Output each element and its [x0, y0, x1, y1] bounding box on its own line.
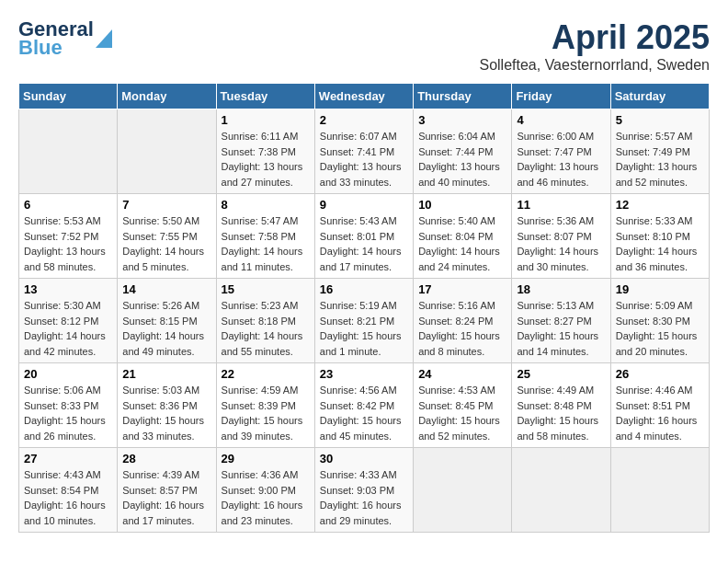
day-info: Sunrise: 4:56 AMSunset: 8:42 PMDaylight:… — [320, 383, 408, 443]
day-info: Sunrise: 5:43 AMSunset: 8:01 PMDaylight:… — [320, 213, 408, 274]
day-number: 15 — [222, 282, 310, 296]
day-number: 10 — [418, 198, 506, 212]
day-number: 14 — [122, 282, 210, 296]
calendar-cell — [512, 448, 610, 533]
day-info: Sunrise: 5:09 AMSunset: 8:30 PMDaylight:… — [616, 298, 704, 359]
calendar-cell: 24Sunrise: 4:53 AMSunset: 8:45 PMDayligh… — [414, 363, 512, 448]
day-number: 12 — [616, 198, 704, 212]
calendar-week-row: 13Sunrise: 5:30 AMSunset: 8:12 PMDayligh… — [19, 279, 710, 363]
title-block: April 2025 Solleftea, Vaesternorrland, S… — [479, 18, 710, 74]
header-row: SundayMondayTuesdayWednesdayThursdayFrid… — [19, 84, 710, 109]
calendar-cell: 10Sunrise: 5:40 AMSunset: 8:04 PMDayligh… — [414, 194, 512, 279]
calendar-cell: 7Sunrise: 5:50 AMSunset: 7:55 PMDaylight… — [118, 194, 216, 279]
calendar-cell: 3Sunrise: 6:04 AMSunset: 7:44 PMDaylight… — [414, 109, 512, 194]
day-number: 19 — [616, 282, 704, 296]
day-number: 3 — [418, 113, 506, 127]
calendar-cell: 20Sunrise: 5:06 AMSunset: 8:33 PMDayligh… — [19, 363, 118, 448]
calendar-week-row: 6Sunrise: 5:53 AMSunset: 7:52 PMDaylight… — [19, 194, 710, 279]
logo-icon — [96, 29, 112, 48]
calendar-week-row: 1Sunrise: 6:11 AMSunset: 7:38 PMDaylight… — [19, 109, 710, 194]
day-info: Sunrise: 5:23 AMSunset: 8:18 PMDaylight:… — [222, 298, 310, 359]
calendar-cell — [19, 109, 118, 194]
svg-marker-0 — [96, 29, 112, 48]
day-number: 29 — [222, 452, 310, 465]
calendar-subtitle: Solleftea, Vaesternorrland, Sweden — [479, 57, 710, 74]
day-info: Sunrise: 4:46 AMSunset: 8:51 PMDaylight:… — [616, 383, 704, 443]
day-number: 16 — [320, 282, 408, 296]
calendar-cell: 19Sunrise: 5:09 AMSunset: 8:30 PMDayligh… — [610, 279, 709, 363]
calendar-cell: 17Sunrise: 5:16 AMSunset: 8:24 PMDayligh… — [414, 279, 512, 363]
calendar-cell: 30Sunrise: 4:33 AMSunset: 9:03 PMDayligh… — [314, 448, 413, 533]
calendar-cell: 23Sunrise: 4:56 AMSunset: 8:42 PMDayligh… — [314, 363, 413, 448]
calendar-cell: 26Sunrise: 4:46 AMSunset: 8:51 PMDayligh… — [610, 363, 709, 448]
day-info: Sunrise: 6:04 AMSunset: 7:44 PMDaylight:… — [418, 129, 506, 190]
calendar-week-row: 27Sunrise: 4:43 AMSunset: 8:54 PMDayligh… — [19, 448, 710, 533]
day-number: 8 — [222, 198, 310, 212]
day-info: Sunrise: 4:36 AMSunset: 9:00 PMDaylight:… — [222, 467, 310, 528]
calendar-cell: 15Sunrise: 5:23 AMSunset: 8:18 PMDayligh… — [216, 279, 314, 363]
calendar-week-row: 20Sunrise: 5:06 AMSunset: 8:33 PMDayligh… — [19, 363, 710, 448]
header-day: Sunday — [19, 84, 118, 109]
day-number: 27 — [24, 452, 112, 465]
day-number: 9 — [320, 198, 408, 212]
day-info: Sunrise: 4:49 AMSunset: 8:48 PMDaylight:… — [517, 383, 605, 443]
header-day: Wednesday — [314, 84, 413, 109]
day-info: Sunrise: 6:11 AMSunset: 7:38 PMDaylight:… — [222, 129, 310, 190]
day-info: Sunrise: 5:13 AMSunset: 8:27 PMDaylight:… — [517, 298, 605, 359]
day-info: Sunrise: 6:00 AMSunset: 7:47 PMDaylight:… — [517, 129, 605, 190]
day-info: Sunrise: 5:30 AMSunset: 8:12 PMDaylight:… — [24, 298, 112, 359]
calendar-title: April 2025 — [479, 18, 710, 57]
calendar-cell: 9Sunrise: 5:43 AMSunset: 8:01 PMDaylight… — [314, 194, 413, 279]
calendar-cell: 13Sunrise: 5:30 AMSunset: 8:12 PMDayligh… — [19, 279, 118, 363]
day-info: Sunrise: 4:33 AMSunset: 9:03 PMDaylight:… — [320, 467, 408, 528]
day-number: 30 — [320, 452, 408, 465]
day-number: 17 — [418, 282, 506, 296]
day-number: 2 — [320, 113, 408, 127]
day-number: 24 — [418, 367, 506, 381]
day-info: Sunrise: 5:36 AMSunset: 8:07 PMDaylight:… — [517, 213, 605, 274]
day-number: 22 — [222, 367, 310, 381]
day-number: 18 — [517, 282, 605, 296]
calendar-cell: 29Sunrise: 4:36 AMSunset: 9:00 PMDayligh… — [216, 448, 314, 533]
day-info: Sunrise: 5:53 AMSunset: 7:52 PMDaylight:… — [24, 213, 112, 274]
calendar-cell: 12Sunrise: 5:33 AMSunset: 8:10 PMDayligh… — [610, 194, 709, 279]
day-number: 13 — [24, 282, 112, 296]
day-info: Sunrise: 5:16 AMSunset: 8:24 PMDaylight:… — [418, 298, 506, 359]
day-info: Sunrise: 5:03 AMSunset: 8:36 PMDaylight:… — [122, 383, 210, 443]
day-number: 4 — [517, 113, 605, 127]
day-info: Sunrise: 5:50 AMSunset: 7:55 PMDaylight:… — [122, 213, 210, 274]
day-info: Sunrise: 5:33 AMSunset: 8:10 PMDaylight:… — [616, 213, 704, 274]
day-number: 7 — [122, 198, 210, 212]
header-day: Thursday — [414, 84, 512, 109]
day-number: 1 — [222, 113, 310, 127]
header-day: Monday — [118, 84, 216, 109]
day-info: Sunrise: 5:19 AMSunset: 8:21 PMDaylight:… — [320, 298, 408, 359]
logo-text-line2: Blue — [18, 37, 63, 59]
calendar-cell: 28Sunrise: 4:39 AMSunset: 8:57 PMDayligh… — [118, 448, 216, 533]
calendar-cell: 25Sunrise: 4:49 AMSunset: 8:48 PMDayligh… — [512, 363, 610, 448]
day-number: 28 — [122, 452, 210, 465]
calendar-cell: 4Sunrise: 6:00 AMSunset: 7:47 PMDaylight… — [512, 109, 610, 194]
logo: General Blue — [18, 18, 96, 59]
day-info: Sunrise: 5:57 AMSunset: 7:49 PMDaylight:… — [616, 129, 704, 190]
calendar-cell: 1Sunrise: 6:11 AMSunset: 7:38 PMDaylight… — [216, 109, 314, 194]
calendar-cell — [118, 109, 216, 194]
header-day: Saturday — [610, 84, 709, 109]
header-day: Tuesday — [216, 84, 314, 109]
calendar-cell: 16Sunrise: 5:19 AMSunset: 8:21 PMDayligh… — [314, 279, 413, 363]
day-number: 25 — [517, 367, 605, 381]
calendar-table: SundayMondayTuesdayWednesdayThursdayFrid… — [18, 83, 710, 533]
day-number: 23 — [320, 367, 408, 381]
calendar-cell: 8Sunrise: 5:47 AMSunset: 7:58 PMDaylight… — [216, 194, 314, 279]
day-info: Sunrise: 5:40 AMSunset: 8:04 PMDaylight:… — [418, 213, 506, 274]
day-info: Sunrise: 4:43 AMSunset: 8:54 PMDaylight:… — [24, 467, 112, 528]
calendar-cell: 21Sunrise: 5:03 AMSunset: 8:36 PMDayligh… — [118, 363, 216, 448]
day-info: Sunrise: 4:59 AMSunset: 8:39 PMDaylight:… — [222, 383, 310, 443]
day-info: Sunrise: 4:53 AMSunset: 8:45 PMDaylight:… — [418, 383, 506, 443]
calendar-cell: 11Sunrise: 5:36 AMSunset: 8:07 PMDayligh… — [512, 194, 610, 279]
calendar-cell — [414, 448, 512, 533]
day-info: Sunrise: 5:47 AMSunset: 7:58 PMDaylight:… — [222, 213, 310, 274]
page-header: General Blue April 2025 Solleftea, Vaest… — [18, 18, 710, 74]
day-number: 6 — [24, 198, 112, 212]
calendar-cell: 5Sunrise: 5:57 AMSunset: 7:49 PMDaylight… — [610, 109, 709, 194]
